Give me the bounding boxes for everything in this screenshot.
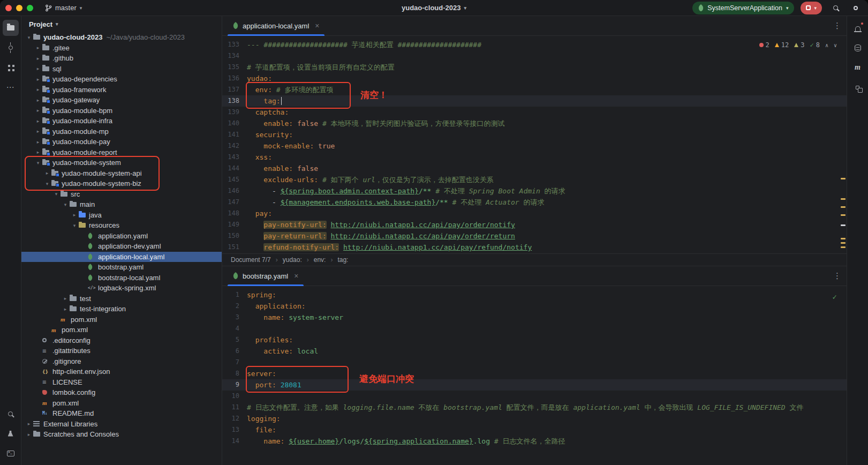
chevron-down-icon[interactable]: ▾ bbox=[25, 35, 33, 40]
line-number[interactable]: 141 bbox=[222, 129, 247, 140]
line-number[interactable]: 149 bbox=[222, 219, 247, 230]
code-line[interactable]: 138 tag: bbox=[222, 95, 847, 107]
line-number[interactable]: 10 bbox=[222, 391, 247, 402]
tree-item[interactable]: bootstrap.yaml bbox=[21, 262, 222, 273]
close-tab-icon[interactable]: × bbox=[315, 21, 319, 30]
chevron-right-icon[interactable]: ▸ bbox=[25, 421, 33, 426]
code-line[interactable]: 142 mock-enable: true bbox=[222, 140, 847, 152]
code-line[interactable]: 4 bbox=[222, 323, 847, 334]
stripe-mark[interactable] bbox=[841, 198, 846, 200]
tree-item[interactable]: M↓README.md bbox=[21, 408, 222, 419]
next-problem-icon[interactable]: ∨ bbox=[834, 42, 837, 48]
tree-item[interactable]: ▸yudao-module-mp bbox=[21, 126, 222, 137]
code-line[interactable]: 147 - ${management.endpoints.web.base-pa… bbox=[222, 197, 847, 208]
stripe-mark[interactable] bbox=[841, 242, 846, 244]
previous-problem-icon[interactable]: ∧ bbox=[825, 42, 828, 48]
chevron-down-icon[interactable]: ▾ bbox=[61, 202, 70, 207]
tree-item[interactable]: ≡.gitattributes bbox=[21, 346, 222, 356]
code-line[interactable]: 1spring: bbox=[222, 289, 847, 301]
git-branch-widget[interactable]: master bbox=[42, 2, 85, 13]
code-line[interactable]: 133--- #################### 芋道相关配置 #####… bbox=[222, 39, 847, 50]
breadcrumb-item[interactable]: env: bbox=[314, 256, 326, 264]
stripe-mark[interactable] bbox=[841, 214, 846, 216]
dependencies-tool-button[interactable] bbox=[850, 79, 866, 95]
tree-item[interactable]: .editorconfig bbox=[21, 335, 222, 346]
tree-item[interactable]: application-local.yaml bbox=[21, 252, 222, 262]
chevron-right-icon[interactable]: ▸ bbox=[34, 149, 42, 155]
code-line[interactable]: 6 active: local bbox=[222, 346, 847, 357]
tree-item[interactable]: ▾yudao-cloud-2023~/Java/yudao-cloud-2023 bbox=[21, 32, 222, 43]
code-line[interactable]: 143 xss: bbox=[222, 152, 847, 163]
structure-tool-button[interactable] bbox=[3, 59, 19, 76]
editor-tab[interactable]: bootstrap.yaml × bbox=[228, 266, 304, 286]
tree-item[interactable]: ▾src bbox=[21, 189, 222, 200]
terminal-tool-button[interactable] bbox=[3, 445, 19, 461]
tree-item[interactable]: mpom.xml bbox=[21, 314, 222, 325]
code-line[interactable]: 9 port: 28081 bbox=[222, 379, 847, 391]
line-number[interactable]: 144 bbox=[222, 163, 247, 174]
inspection-error[interactable]: 2 bbox=[759, 41, 769, 49]
line-number[interactable]: 13 bbox=[222, 424, 247, 436]
chevron-right-icon[interactable]: ▸ bbox=[34, 77, 42, 82]
tree-item[interactable]: ▸yudao-gateway bbox=[21, 95, 222, 106]
code-line[interactable]: 150 pay-return-url: http://niubi.natapp1… bbox=[222, 230, 847, 242]
code-line[interactable]: 137 env: # 多环境的配置项 bbox=[222, 84, 847, 95]
tree-item[interactable]: ≡LICENSE bbox=[21, 377, 222, 388]
more-tools-button[interactable] bbox=[3, 79, 19, 95]
line-number[interactable]: 6 bbox=[222, 346, 247, 357]
tree-item[interactable]: ▸yudao-module-bpm bbox=[21, 106, 222, 116]
line-number[interactable]: 4 bbox=[222, 323, 247, 334]
tree-item[interactable]: ▸test-integration bbox=[21, 304, 222, 314]
code-line[interactable]: 7 bbox=[222, 357, 847, 368]
chevron-down-icon[interactable]: ▾ bbox=[52, 191, 61, 197]
line-number[interactable]: 135 bbox=[222, 62, 247, 73]
tree-item[interactable]: ▸java bbox=[21, 210, 222, 221]
chevron-right-icon[interactable]: ▸ bbox=[34, 45, 42, 50]
code-line[interactable]: 135# 芋道配置项，设置当前项目所有自定义的配置 bbox=[222, 62, 847, 73]
code-line[interactable]: 145 exclude-urls: # 如下两个 url，仅仅是为了演示，去掉配… bbox=[222, 174, 847, 185]
database-tool-button[interactable] bbox=[850, 40, 866, 56]
breadcrumb-item[interactable]: tag: bbox=[337, 256, 348, 264]
search-everywhere-button[interactable] bbox=[828, 1, 842, 15]
chevron-right-icon[interactable]: ▸ bbox=[34, 66, 42, 71]
chevron-down-icon[interactable]: ▾ bbox=[70, 223, 79, 228]
line-number[interactable]: 3 bbox=[222, 312, 247, 323]
code-line[interactable]: 8server: bbox=[222, 368, 847, 379]
code-line[interactable]: 12logging: bbox=[222, 413, 847, 424]
line-number[interactable]: 5 bbox=[222, 334, 247, 346]
tree-item[interactable]: ▸.github bbox=[21, 53, 222, 64]
error-stripe[interactable] bbox=[840, 36, 846, 253]
chevron-right-icon[interactable]: ▸ bbox=[34, 108, 42, 113]
code-line[interactable]: 14 name: ${user.home}/logs/${spring.appl… bbox=[222, 436, 847, 447]
code-line[interactable]: 10 bbox=[222, 391, 847, 402]
chevron-right-icon[interactable]: ▸ bbox=[61, 296, 70, 301]
chevron-right-icon[interactable]: ▸ bbox=[43, 170, 51, 176]
tree-item[interactable]: bootstrap-local.yaml bbox=[21, 273, 222, 283]
chevron-right-icon[interactable]: ▸ bbox=[34, 87, 42, 92]
chevron-right-icon[interactable]: ▸ bbox=[61, 306, 70, 312]
tree-item[interactable]: application-dev.yaml bbox=[21, 241, 222, 252]
minimize-window-button[interactable] bbox=[16, 5, 22, 11]
tree-item[interactable]: .gitignore bbox=[21, 356, 222, 367]
line-number[interactable]: 151 bbox=[222, 242, 247, 253]
line-number[interactable]: 147 bbox=[222, 197, 247, 208]
line-number[interactable]: 142 bbox=[222, 140, 247, 152]
line-number[interactable]: 148 bbox=[222, 208, 247, 219]
commit-tool-button[interactable] bbox=[3, 40, 19, 56]
tree-item[interactable]: ▸test bbox=[21, 294, 222, 304]
line-number[interactable]: 9 bbox=[222, 379, 247, 391]
line-number[interactable]: 146 bbox=[222, 185, 247, 197]
tree-item[interactable]: ▾main bbox=[21, 199, 222, 210]
chevron-right-icon[interactable]: ▸ bbox=[34, 129, 42, 134]
tree-item[interactable]: </>logback-spring.xml bbox=[21, 283, 222, 294]
more-options-icon[interactable] bbox=[833, 21, 841, 31]
code-line[interactable]: 139 captcha: bbox=[222, 107, 847, 118]
line-number[interactable]: 12 bbox=[222, 413, 247, 424]
chevron-right-icon[interactable]: ▸ bbox=[34, 139, 42, 145]
tree-item[interactable]: ▸yudao-dependencies bbox=[21, 74, 222, 85]
line-number[interactable]: 134 bbox=[222, 50, 247, 62]
code-line[interactable]: 2 application: bbox=[222, 301, 847, 312]
chevron-right-icon[interactable]: ▸ bbox=[25, 432, 33, 437]
tree-item[interactable]: ▸yudao-module-infra bbox=[21, 116, 222, 126]
line-number[interactable]: 136 bbox=[222, 73, 247, 84]
